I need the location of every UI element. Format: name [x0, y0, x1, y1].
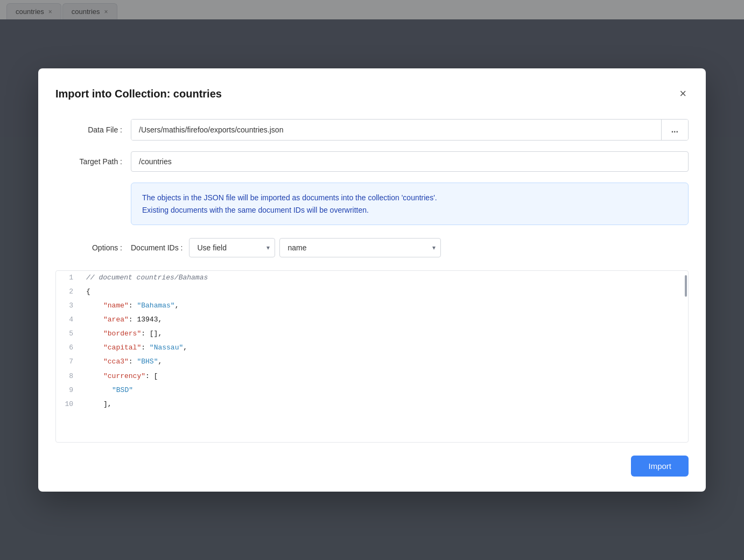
dialog-title: Import into Collection: countries [55, 88, 222, 100]
code-line-7: 7 "cca3": "BHS", [56, 355, 688, 369]
dialog-header: Import into Collection: countries × [55, 86, 689, 102]
code-line-5: 5 "borders": [], [56, 327, 688, 341]
line-content: "cca3": "BHS", [82, 355, 688, 369]
import-dialog: Import into Collection: countries × Data… [38, 68, 706, 492]
doc-ids-label: Document IDs : [131, 243, 183, 252]
code-line-8: 8 "currency": [ [56, 369, 688, 383]
code-table: 1 // document countries/Bahamas 2 { 3 "n… [56, 271, 688, 411]
field-name-select[interactable]: name _id id code [279, 238, 441, 257]
info-text-line2: Existing documents with the same documen… [142, 206, 369, 214]
line-number: 10 [56, 397, 82, 411]
options-label: Options : [55, 243, 131, 252]
code-viewer[interactable]: 1 // document countries/Bahamas 2 { 3 "n… [55, 270, 689, 443]
info-text-line1: The objects in the JSON file will be imp… [142, 193, 437, 202]
code-line-4: 4 "area": 13943, [56, 313, 688, 327]
data-file-input-group: ... [131, 119, 689, 141]
data-file-input[interactable] [131, 120, 661, 140]
dialog-footer: Import [55, 456, 689, 477]
target-path-label: Target Path : [55, 157, 131, 166]
scroll-indicator [685, 275, 687, 297]
code-line-2: 2 { [56, 285, 688, 299]
line-number: 4 [56, 313, 82, 327]
code-line-10: 10 ], [56, 397, 688, 411]
line-number: 9 [56, 383, 82, 397]
line-content: "borders": [], [82, 327, 688, 341]
code-line-3: 3 "name": "Bahamas", [56, 299, 688, 313]
line-number: 2 [56, 285, 82, 299]
line-number: 3 [56, 299, 82, 313]
data-file-label: Data File : [55, 125, 131, 134]
line-content: { [82, 285, 688, 299]
info-box: The objects in the JSON file will be imp… [131, 183, 689, 225]
browse-button[interactable]: ... [661, 120, 688, 140]
code-line-9: 9 "BSD" [56, 383, 688, 397]
line-content: "currency": [ [82, 369, 688, 383]
line-number: 8 [56, 369, 82, 383]
line-number: 6 [56, 341, 82, 355]
field-name-select-wrapper: name _id id code ▾ [279, 238, 441, 257]
target-path-row: Target Path : [55, 151, 689, 172]
line-content: "BSD" [82, 383, 688, 397]
line-number: 7 [56, 355, 82, 369]
close-button[interactable]: × [677, 86, 689, 102]
code-line-6: 6 "capital": "Nassau", [56, 341, 688, 355]
line-content: "capital": "Nassau", [82, 341, 688, 355]
line-content: "name": "Bahamas", [82, 299, 688, 313]
line-content: "area": 13943, [82, 313, 688, 327]
data-file-row: Data File : ... [55, 119, 689, 141]
line-content: // document countries/Bahamas [82, 271, 688, 285]
target-path-input[interactable] [131, 151, 689, 172]
use-field-select-wrapper: Use field Auto generate ▾ [189, 238, 275, 257]
use-field-select[interactable]: Use field Auto generate [189, 238, 275, 257]
line-number: 5 [56, 327, 82, 341]
line-content: ], [82, 397, 688, 411]
code-line-1: 1 // document countries/Bahamas [56, 271, 688, 285]
options-row: Options : Document IDs : Use field Auto … [55, 238, 689, 257]
line-number: 1 [56, 271, 82, 285]
import-button[interactable]: Import [631, 456, 689, 477]
modal-backdrop: Import into Collection: countries × Data… [0, 0, 744, 560]
